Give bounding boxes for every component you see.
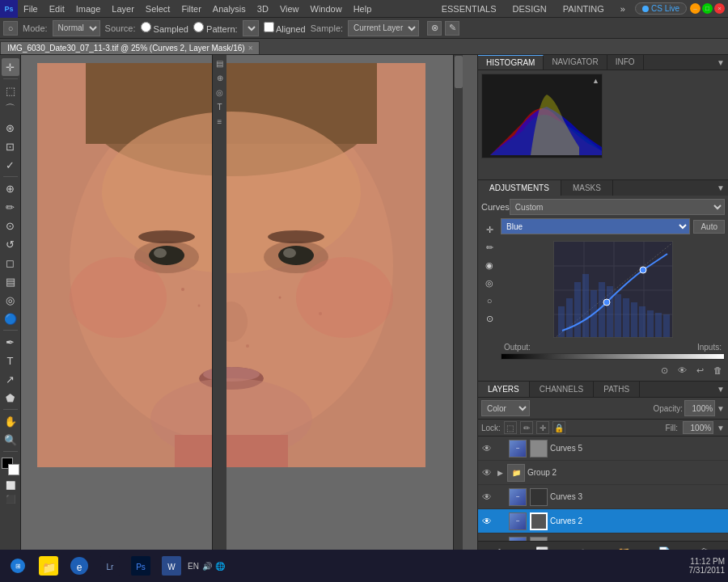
side-icon-4[interactable]: T <box>214 100 226 113</box>
document-tab[interactable]: IMG_6030_Date30_07_11-3.tif @ 25% (Curve… <box>0 41 260 54</box>
opt-action1[interactable]: ⊗ <box>427 21 442 36</box>
menu-image[interactable]: Image <box>70 0 107 18</box>
vertical-scrollbar[interactable] <box>453 55 463 553</box>
side-icon-5[interactable]: ≡ <box>214 115 226 128</box>
menu-file[interactable]: File <box>18 0 44 18</box>
curves-sample-highlight[interactable]: ○ <box>481 293 497 309</box>
current-layer-select[interactable]: Current Layer <box>348 20 419 36</box>
group-expand-arrow[interactable]: ▶ <box>495 468 505 478</box>
curves-auto-button[interactable]: Auto <box>693 220 725 234</box>
taskbar-explorer[interactable]: 📁 <box>34 551 63 580</box>
tool-dodge[interactable]: 🔵 <box>2 310 19 327</box>
network-icon[interactable]: 🌐 <box>215 562 225 571</box>
layer-row-active[interactable]: 👁 ~ Curves 2 <box>478 509 728 534</box>
menu-edit[interactable]: Edit <box>44 0 70 18</box>
menu-view[interactable]: View <box>274 0 305 18</box>
tool-path[interactable]: ↗ <box>2 370 19 388</box>
panel-icon-delete[interactable]: 🗑 <box>710 363 725 377</box>
tool-marquee[interactable]: ⬚ <box>2 82 19 99</box>
lock-image[interactable]: ✏ <box>520 421 533 434</box>
layer-visibility-toggle[interactable]: 👁 <box>481 443 493 454</box>
tab-adjustments[interactable]: ADJUSTMENTS <box>478 180 561 196</box>
tool-gradient[interactable]: ▤ <box>2 272 19 290</box>
workspace-design[interactable]: DESIGN <box>506 2 553 15</box>
aligned-check[interactable] <box>264 22 274 32</box>
layer-row[interactable]: 👁 ~ Curves 3 <box>478 485 728 509</box>
tab-close-button[interactable]: × <box>248 44 253 53</box>
taskbar-lr[interactable]: Lr <box>95 551 125 580</box>
color-swatch[interactable] <box>2 458 19 475</box>
tab-paths[interactable]: PATHS <box>594 382 640 397</box>
menu-layer[interactable]: Layer <box>106 0 140 18</box>
v-scroll-thumb[interactable] <box>455 56 463 88</box>
menu-3d[interactable]: 3D <box>252 0 274 18</box>
tab-info[interactable]: INFO <box>607 55 644 70</box>
screen-mode-btn[interactable]: ⬛ <box>3 493 18 504</box>
taskbar-start[interactable]: ⊞ <box>3 551 32 580</box>
panel-icon-eye[interactable]: 👁 <box>675 363 689 377</box>
tool-spot-heal[interactable]: ⊕ <box>2 179 19 197</box>
mode-select[interactable]: Normal <box>53 20 100 36</box>
opacity-input[interactable] <box>684 400 715 416</box>
quick-mask-btn[interactable]: ⬜ <box>3 479 18 491</box>
tool-brush[interactable]: ✏ <box>2 198 19 216</box>
opacity-arrow[interactable]: ▼ <box>717 404 725 413</box>
lock-position[interactable]: ✛ <box>536 421 549 434</box>
menu-analysis[interactable]: Analysis <box>207 0 252 18</box>
tab-masks[interactable]: MASKS <box>561 180 613 196</box>
menu-help[interactable]: Help <box>348 0 378 18</box>
close-button[interactable]: × <box>714 3 725 14</box>
minimize-button[interactable]: – <box>690 3 700 14</box>
layer-link[interactable] <box>495 491 506 503</box>
curves-sample-shadow[interactable]: ◉ <box>481 257 497 273</box>
side-icon-1[interactable]: ▤ <box>214 57 226 70</box>
tool-blur[interactable]: ◎ <box>2 291 19 309</box>
tool-eraser[interactable]: ◻ <box>2 254 19 272</box>
pattern-select[interactable] <box>243 20 259 36</box>
workspace-essentials[interactable]: ESSENTIALS <box>435 2 503 15</box>
maximize-button[interactable]: □ <box>702 3 713 14</box>
tab-histogram[interactable]: HISTOGRAM <box>478 55 544 70</box>
cs-live-button[interactable]: CS Live <box>635 2 687 15</box>
layer-visibility-toggle[interactable]: 👁 <box>481 516 493 527</box>
menu-window[interactable]: Window <box>305 0 348 18</box>
tab-layers[interactable]: LAYERS <box>478 382 530 397</box>
tool-text[interactable]: T <box>2 352 19 369</box>
tab-navigator[interactable]: NAVIGATOR <box>544 55 607 70</box>
tab-channels[interactable]: CHANNELS <box>530 382 594 397</box>
tool-pen[interactable]: ✒ <box>2 333 19 351</box>
curves-point-tool[interactable]: ✛ <box>481 221 497 238</box>
curves-draw-tool[interactable]: ✏ <box>481 239 497 255</box>
background-color[interactable] <box>8 464 19 475</box>
taskbar-ie[interactable]: e <box>65 551 94 580</box>
workspace-arrow[interactable]: » <box>614 2 632 15</box>
curves-graph[interactable] <box>553 241 673 338</box>
layer-visibility-toggle[interactable]: 👁 <box>481 467 493 479</box>
channel-select[interactable]: Blue RGB Red Green <box>501 218 690 234</box>
volume-icon[interactable]: 🔊 <box>202 562 212 571</box>
fill-arrow[interactable]: ▼ <box>717 424 725 432</box>
tool-move[interactable]: ✛ <box>2 58 19 76</box>
panel-icon-return[interactable]: ↩ <box>692 363 707 377</box>
tool-clone[interactable]: ⊙ <box>2 217 19 234</box>
layer-link[interactable] <box>495 516 506 527</box>
tool-eyedropper[interactable]: ✓ <box>2 156 19 174</box>
tool-crop[interactable]: ⊡ <box>2 137 19 155</box>
histogram-panel-close[interactable]: ▼ <box>717 58 725 67</box>
lock-all[interactable]: 🔒 <box>552 421 565 434</box>
menu-select[interactable]: Select <box>140 0 176 18</box>
curves-sample-mid[interactable]: ◎ <box>481 275 497 291</box>
layer-visibility-toggle[interactable]: 👁 <box>481 491 493 503</box>
pattern-radio[interactable] <box>193 22 204 32</box>
side-icon-3[interactable]: ◎ <box>214 86 226 99</box>
tool-history[interactable]: ↺ <box>2 235 19 253</box>
sampled-radio[interactable] <box>141 22 151 32</box>
tool-zoom[interactable]: 🔍 <box>2 431 19 449</box>
blend-mode-select[interactable]: Color Normal Multiply <box>481 400 530 416</box>
taskbar-app5[interactable]: W <box>157 551 186 580</box>
layer-link[interactable] <box>495 443 506 454</box>
tool-shape[interactable]: ⬟ <box>2 389 19 407</box>
workspace-painting[interactable]: PAINTING <box>557 2 611 15</box>
side-icon-2[interactable]: ⊕ <box>214 71 226 84</box>
taskbar-ps[interactable]: Ps <box>126 551 155 580</box>
